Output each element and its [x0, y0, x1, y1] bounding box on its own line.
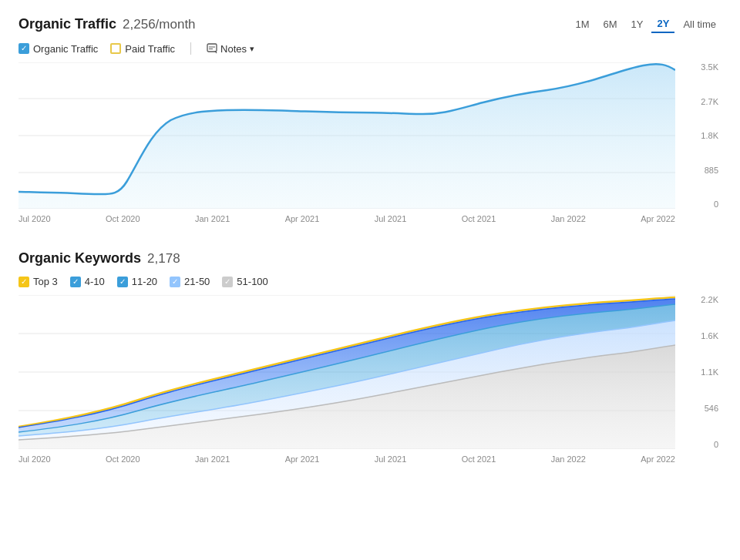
- x-label-jul2021: Jul 2021: [375, 214, 407, 223]
- organic-label: Organic Traffic: [33, 43, 98, 55]
- kw-x-jul2021: Jul 2021: [375, 454, 407, 464]
- traffic-area-fill: [18, 64, 675, 209]
- legend-item-organic[interactable]: ✓ Organic Traffic: [18, 43, 98, 55]
- keywords-y-axis: 2.2K 1.6K 1.1K 546 0: [679, 295, 722, 449]
- kw-x-jan2021: Jan 2021: [195, 454, 230, 464]
- top3-checkbox[interactable]: ✓: [18, 277, 29, 287]
- notes-label: Notes: [220, 43, 247, 55]
- organic-traffic-section: Organic Traffic 2,256/month 1M 6M 1Y 2Y …: [18, 15, 722, 232]
- time-btn-alltime[interactable]: All time: [678, 16, 722, 32]
- y-label-885: 885: [705, 166, 718, 175]
- organic-traffic-title-group: Organic Traffic 2,256/month: [18, 16, 196, 32]
- organic-keywords-chart: 2.2K 1.6K 1.1K 546 0 Jul 2020 Oct 2020 J…: [18, 295, 722, 472]
- notes-icon: [207, 43, 217, 54]
- top3-label: Top 3: [33, 276, 58, 287]
- legend-4-10[interactable]: ✓ 4-10: [70, 276, 105, 287]
- organic-keywords-legend: ✓ Top 3 ✓ 4-10 ✓ 11-20 ✓ 21-50 ✓ 51: [18, 276, 722, 287]
- time-btn-1m[interactable]: 1M: [570, 16, 594, 32]
- 21-50-checkbox[interactable]: ✓: [170, 277, 180, 287]
- 51-100-checkbox[interactable]: ✓: [222, 277, 233, 287]
- kw-y-11k: 1.1K: [701, 367, 718, 377]
- kw-x-jan2022: Jan 2022: [551, 454, 586, 464]
- organic-keywords-value: 2,178: [147, 251, 180, 267]
- organic-traffic-x-axis: Jul 2020 Oct 2020 Jan 2021 Apr 2021 Jul …: [18, 210, 675, 232]
- organic-checkbox[interactable]: ✓: [18, 43, 29, 54]
- time-controls: 1M 6M 1Y 2Y All time: [570, 15, 722, 33]
- keywords-x-axis: Jul 2020 Oct 2020 Jan 2021 Apr 2021 Jul …: [18, 451, 675, 472]
- checkmark-icon: ✓: [119, 278, 126, 286]
- organic-traffic-title: Organic Traffic: [18, 16, 116, 32]
- x-label-jul2020: Jul 2020: [18, 214, 51, 223]
- time-btn-1y[interactable]: 1Y: [626, 16, 649, 32]
- legend-top3[interactable]: ✓ Top 3: [18, 276, 58, 287]
- legend-divider: [190, 42, 191, 55]
- notes-button[interactable]: Notes ▾: [207, 43, 254, 55]
- checkmark-icon: ✓: [21, 45, 27, 52]
- 11-20-checkbox[interactable]: ✓: [117, 277, 128, 287]
- kw-x-jul2020: Jul 2020: [18, 454, 51, 464]
- 4-10-checkbox[interactable]: ✓: [70, 277, 81, 287]
- organic-traffic-legend: ✓ Organic Traffic Paid Traffic Notes ▾: [18, 42, 722, 55]
- organic-traffic-header: Organic Traffic 2,256/month 1M 6M 1Y 2Y …: [18, 15, 722, 33]
- kw-y-546: 546: [705, 404, 718, 413]
- checkmark-icon: ✓: [172, 278, 178, 286]
- y-label-18k: 1.8K: [701, 131, 718, 140]
- kw-y-0: 0: [714, 440, 718, 449]
- 4-10-label: 4-10: [85, 276, 105, 287]
- kw-y-16k: 1.6K: [701, 331, 718, 340]
- checkmark-icon: ✓: [72, 278, 79, 286]
- kw-x-apr2021: Apr 2021: [285, 454, 320, 464]
- legend-21-50[interactable]: ✓ 21-50: [170, 276, 210, 287]
- checkmark-icon: ✓: [224, 278, 230, 286]
- organic-traffic-svg: [18, 62, 675, 209]
- y-label-35k: 3.5K: [701, 62, 718, 72]
- y-label-0: 0: [714, 200, 718, 209]
- x-label-jan2021: Jan 2021: [195, 214, 230, 223]
- kw-x-oct2021: Oct 2021: [462, 454, 496, 464]
- kw-x-oct2020: Oct 2020: [106, 454, 140, 464]
- organic-traffic-chart: 3.5K 2.7K 1.8K 885 0 Jul 2020 Oct 2020 J…: [18, 62, 722, 232]
- organic-traffic-value: 2,256/month: [123, 17, 196, 32]
- x-label-apr2022: Apr 2022: [641, 214, 675, 223]
- organic-traffic-y-axis: 3.5K 2.7K 1.8K 885 0: [679, 62, 722, 209]
- paid-checkbox[interactable]: [110, 43, 121, 54]
- paid-label: Paid Traffic: [125, 43, 175, 55]
- 11-20-label: 11-20: [132, 276, 157, 287]
- time-btn-2y[interactable]: 2Y: [651, 15, 674, 33]
- svg-rect-0: [207, 44, 217, 52]
- notes-chevron-icon: ▾: [250, 44, 254, 54]
- checkmark-icon: ✓: [21, 278, 27, 286]
- keywords-svg: [18, 295, 675, 449]
- time-btn-6m[interactable]: 6M: [598, 16, 623, 32]
- kw-y-22k: 2.2K: [701, 295, 718, 304]
- legend-11-20[interactable]: ✓ 11-20: [117, 276, 157, 287]
- keywords-chart-plot: [18, 295, 675, 449]
- 21-50-label: 21-50: [184, 276, 210, 287]
- y-label-27k: 2.7K: [701, 97, 718, 106]
- x-label-jan2022: Jan 2022: [551, 214, 586, 223]
- x-label-oct2021: Oct 2021: [462, 214, 496, 223]
- organic-keywords-title-group: Organic Keywords 2,178: [18, 250, 722, 267]
- kw-x-apr2022: Apr 2022: [641, 454, 675, 464]
- organic-keywords-title: Organic Keywords: [18, 250, 141, 267]
- legend-51-100[interactable]: ✓ 51-100: [222, 276, 267, 287]
- 51-100-label: 51-100: [237, 276, 267, 287]
- x-label-apr2021: Apr 2021: [285, 214, 320, 223]
- organic-keywords-section: Organic Keywords 2,178 ✓ Top 3 ✓ 4-10 ✓ …: [18, 250, 722, 472]
- x-label-oct2020: Oct 2020: [106, 214, 140, 223]
- chart-plot-area: [18, 62, 675, 209]
- legend-item-paid[interactable]: Paid Traffic: [110, 43, 175, 55]
